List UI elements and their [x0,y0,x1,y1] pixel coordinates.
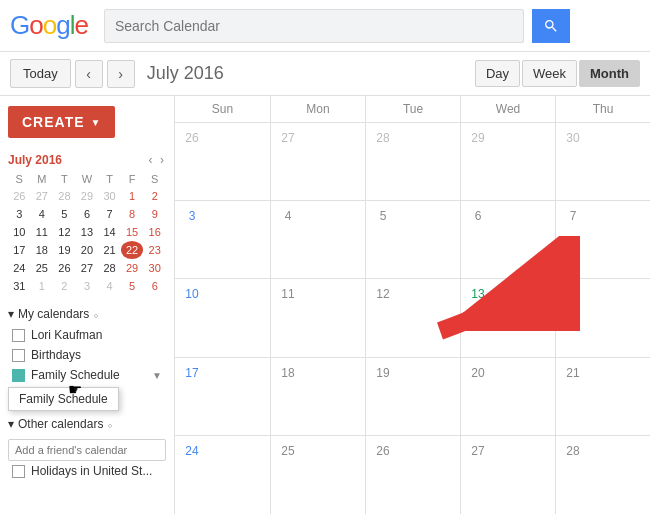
mini-cal-dow-wed: W [76,171,99,187]
search-button[interactable] [532,9,570,43]
calendar-cell[interactable]: 20 [460,358,555,435]
calendar-cell[interactable]: 13 [460,279,555,356]
mini-cal-header: July 2016 ‹ › [8,152,166,167]
mini-next-button[interactable]: › [158,153,166,167]
mini-cal-day[interactable]: 22 [121,241,144,259]
mini-cal-day[interactable]: 30 [143,259,166,277]
birthdays-checkbox[interactable] [12,349,25,362]
mini-cal-day[interactable]: 14 [98,223,121,241]
calendar-cell[interactable]: 17 [175,358,270,435]
mini-prev-button[interactable]: ‹ [146,153,154,167]
calendar-item-holidays[interactable]: Holidays in United St... [8,461,166,481]
mini-cal-day[interactable]: 17 [8,241,31,259]
calendar-cell[interactable]: 19 [365,358,460,435]
mini-cal-day[interactable]: 5 [121,277,144,295]
mini-cal-day[interactable]: 27 [31,187,54,205]
mini-cal-day[interactable]: 16 [143,223,166,241]
mini-cal-day[interactable]: 11 [31,223,54,241]
calendar-cell[interactable]: 5 [365,201,460,278]
calendar-cell[interactable]: 4 [270,201,365,278]
mini-cal-day[interactable]: 9 [143,205,166,223]
calendar-item-lori[interactable]: Lori Kaufman [8,325,166,345]
calendar-cell[interactable]: 18 [270,358,365,435]
calendar-cell[interactable]: 11 [270,279,365,356]
mini-cal-day[interactable]: 21 [98,241,121,259]
lori-checkbox[interactable] [12,329,25,342]
mini-cal-day[interactable]: 18 [31,241,54,259]
mini-cal-day[interactable]: 25 [31,259,54,277]
mini-cal-day[interactable]: 4 [98,277,121,295]
my-calendars-arrow: ▾ [8,307,14,321]
week-view-button[interactable]: Week [522,60,577,87]
calendar-cell[interactable]: 7 [555,201,650,278]
mini-cal-day[interactable]: 7 [98,205,121,223]
search-input[interactable] [115,18,513,34]
mini-cal-day[interactable]: 3 [76,277,99,295]
day-view-button[interactable]: Day [475,60,520,87]
mini-cal-day[interactable]: 1 [121,187,144,205]
calendar-cell[interactable]: 10 [175,279,270,356]
calendar-cell[interactable]: 14 [555,279,650,356]
mini-cal-day[interactable]: 5 [53,205,76,223]
create-button[interactable]: CREATE ▼ [8,106,115,138]
other-calendars-section[interactable]: ▾ Other calendars ⬦ [8,417,166,431]
family-checkbox[interactable] [12,369,25,382]
holidays-checkbox[interactable] [12,465,25,478]
mini-cal-day[interactable]: 29 [76,187,99,205]
mini-cal-day[interactable]: 2 [53,277,76,295]
calendar-cell[interactable]: 25 [270,436,365,514]
header-wed: Wed [460,96,555,122]
mini-cal-day[interactable]: 31 [8,277,31,295]
calendar-cell[interactable]: 28 [365,123,460,200]
calendar-cell[interactable]: 24 [175,436,270,514]
mini-cal-day[interactable]: 12 [53,223,76,241]
day-number: 6 [467,205,489,227]
mini-cal-day[interactable]: 6 [143,277,166,295]
my-calendars-section[interactable]: ▾ My calendars ⬦ [8,307,166,321]
mini-cal-day[interactable]: 28 [98,259,121,277]
mini-cal-day[interactable]: 4 [31,205,54,223]
mini-cal-day[interactable]: 13 [76,223,99,241]
header-tue: Tue [365,96,460,122]
mini-cal-day[interactable]: 30 [98,187,121,205]
calendar-cell[interactable]: 28 [555,436,650,514]
calendar-cell[interactable]: 3 [175,201,270,278]
next-nav-button[interactable]: › [107,60,135,88]
mini-cal-day[interactable]: 26 [53,259,76,277]
calendar-cell[interactable]: 6 [460,201,555,278]
add-friend-input[interactable] [8,439,166,461]
day-number: 18 [277,362,299,384]
mini-cal-day[interactable]: 6 [76,205,99,223]
calendar-cell[interactable]: 12 [365,279,460,356]
today-button[interactable]: Today [10,59,71,88]
calendar-cell[interactable]: 26 [175,123,270,200]
calendar-cell[interactable]: 27 [460,436,555,514]
mini-cal-day[interactable]: 19 [53,241,76,259]
mini-cal-day[interactable]: 2 [143,187,166,205]
calendar-cell[interactable]: 26 [365,436,460,514]
calendar-cell[interactable]: 30 [555,123,650,200]
day-number: 27 [467,440,489,462]
month-view-button[interactable]: Month [579,60,640,87]
header: Google [0,0,650,52]
calendar-header: Sun Mon Tue Wed Thu [175,96,650,123]
mini-cal-day[interactable]: 28 [53,187,76,205]
calendar-cell[interactable]: 21 [555,358,650,435]
mini-cal-day[interactable]: 27 [76,259,99,277]
mini-cal-day[interactable]: 23 [143,241,166,259]
mini-cal-day[interactable]: 29 [121,259,144,277]
calendar-cell[interactable]: 29 [460,123,555,200]
prev-nav-button[interactable]: ‹ [75,60,103,88]
mini-cal-day[interactable]: 10 [8,223,31,241]
mini-cal-day[interactable]: 24 [8,259,31,277]
mini-cal-day[interactable]: 8 [121,205,144,223]
calendar-cell[interactable]: 27 [270,123,365,200]
calendar-item-family[interactable]: Family Schedule ▼ Family Schedule ☛ [8,365,166,385]
mini-cal-day[interactable]: 15 [121,223,144,241]
mini-cal-day[interactable]: 3 [8,205,31,223]
mini-cal-day[interactable]: 20 [76,241,99,259]
family-dropdown-icon[interactable]: ▼ [152,370,162,381]
mini-cal-day[interactable]: 26 [8,187,31,205]
calendar-item-birthdays[interactable]: Birthdays [8,345,166,365]
mini-cal-day[interactable]: 1 [31,277,54,295]
